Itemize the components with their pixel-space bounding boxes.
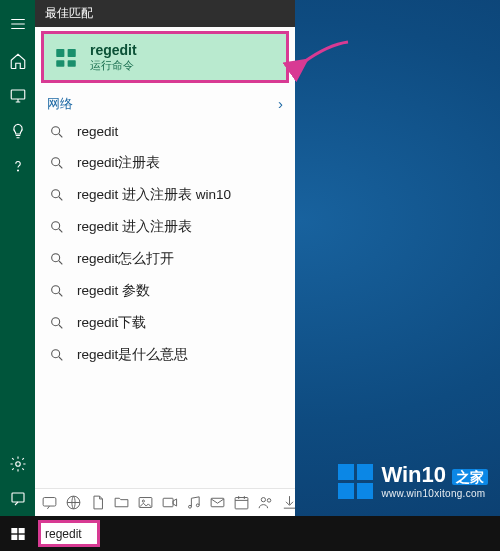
svg-point-10	[52, 190, 60, 198]
list-item-label: regedit	[77, 124, 118, 139]
suggestion-list: regedit regedit注册表 regedit 进入注册表 win10 r…	[35, 117, 295, 371]
list-item[interactable]: regedit 参数	[35, 275, 295, 307]
watermark-brand: Win10 之家 www.win10xitong.com	[338, 464, 488, 499]
filter-people-icon[interactable]	[257, 494, 274, 511]
best-match-subtitle: 运行命令	[90, 59, 137, 72]
search-icon	[49, 124, 65, 140]
list-item-label: regedit下载	[77, 314, 146, 332]
svg-rect-30	[18, 534, 24, 539]
web-results-label: 网络	[47, 95, 73, 113]
chevron-right-icon: ›	[278, 95, 283, 112]
svg-point-11	[52, 222, 60, 230]
filter-image-icon[interactable]	[137, 494, 154, 511]
list-item-label: regedit 进入注册表 win10	[77, 186, 231, 204]
list-item-label: regedit 进入注册表	[77, 218, 192, 236]
svg-rect-20	[163, 498, 173, 507]
svg-rect-0	[11, 90, 25, 99]
web-results-header[interactable]: 网络 ›	[35, 89, 295, 117]
svg-point-8	[52, 127, 60, 135]
svg-point-12	[52, 254, 60, 262]
svg-rect-27	[11, 528, 17, 533]
hamburger-icon[interactable]	[0, 6, 35, 41]
start-left-rail	[0, 0, 35, 516]
svg-point-13	[52, 286, 60, 294]
svg-point-1	[17, 170, 18, 171]
filter-video-icon[interactable]	[161, 494, 178, 511]
svg-rect-16	[43, 498, 56, 507]
svg-point-15	[52, 350, 60, 358]
brand-name: Win10	[381, 464, 446, 486]
filter-folder-icon[interactable]	[113, 494, 130, 511]
best-match-header: 最佳匹配	[35, 0, 295, 27]
list-item[interactable]: regedit是什么意思	[35, 339, 295, 371]
help-icon[interactable]	[0, 148, 35, 183]
svg-rect-28	[18, 528, 24, 533]
svg-rect-29	[11, 534, 17, 539]
svg-rect-7	[68, 60, 76, 67]
start-button[interactable]	[0, 516, 35, 551]
svg-rect-4	[56, 49, 64, 57]
highlight-search-box	[38, 520, 100, 547]
search-icon	[49, 315, 65, 331]
list-item[interactable]: regedit 进入注册表 win10	[35, 179, 295, 211]
brand-tag: 之家	[452, 469, 488, 485]
monitor-icon[interactable]	[0, 78, 35, 113]
list-item[interactable]: regedit下载	[35, 307, 295, 339]
list-item[interactable]: regedit 进入注册表	[35, 211, 295, 243]
search-icon	[49, 155, 65, 171]
list-item[interactable]: regedit怎么打开	[35, 243, 295, 275]
settings-icon[interactable]	[0, 446, 35, 481]
filter-chat-icon[interactable]	[41, 494, 58, 511]
search-icon	[49, 219, 65, 235]
filter-bar	[35, 488, 295, 516]
svg-rect-24	[235, 498, 248, 509]
search-icon	[49, 251, 65, 267]
taskbar-search-input[interactable]	[41, 523, 97, 544]
svg-point-14	[52, 318, 60, 326]
filter-download-icon[interactable]	[281, 494, 295, 511]
search-icon	[49, 347, 65, 363]
lightbulb-icon[interactable]	[0, 113, 35, 148]
home-icon[interactable]	[0, 43, 35, 78]
list-item-label: regedit注册表	[77, 154, 160, 172]
svg-point-26	[267, 499, 271, 503]
svg-rect-23	[211, 498, 224, 507]
svg-point-22	[196, 504, 199, 507]
windows-logo-icon	[338, 464, 373, 499]
search-results-panel: 最佳匹配 regedit 运行命令 网络 › regedit regedit注册…	[35, 0, 295, 516]
filter-calendar-icon[interactable]	[233, 494, 250, 511]
list-item-label: regedit是什么意思	[77, 346, 188, 364]
feedback-icon[interactable]	[0, 481, 35, 516]
list-item[interactable]: regedit注册表	[35, 147, 295, 179]
filter-web-icon[interactable]	[65, 494, 82, 511]
list-item[interactable]: regedit	[35, 117, 295, 147]
svg-point-19	[142, 500, 144, 502]
filter-mail-icon[interactable]	[209, 494, 226, 511]
highlight-best-match: regedit 运行命令	[41, 31, 289, 83]
search-icon	[49, 283, 65, 299]
list-item-label: regedit怎么打开	[77, 250, 174, 268]
filter-document-icon[interactable]	[89, 494, 106, 511]
brand-url: www.win10xitong.com	[381, 489, 488, 499]
taskbar	[0, 516, 500, 551]
best-match-title: regedit	[90, 42, 137, 59]
svg-point-21	[189, 505, 192, 508]
filter-music-icon[interactable]	[185, 494, 202, 511]
list-item-label: regedit 参数	[77, 282, 150, 300]
regedit-icon	[52, 43, 80, 71]
svg-rect-5	[68, 49, 76, 57]
svg-rect-6	[56, 60, 64, 67]
search-icon	[49, 187, 65, 203]
svg-point-25	[261, 498, 265, 502]
svg-point-2	[15, 461, 20, 466]
svg-rect-3	[12, 493, 24, 502]
svg-point-9	[52, 158, 60, 166]
best-match-item[interactable]: regedit 运行命令	[44, 34, 286, 80]
